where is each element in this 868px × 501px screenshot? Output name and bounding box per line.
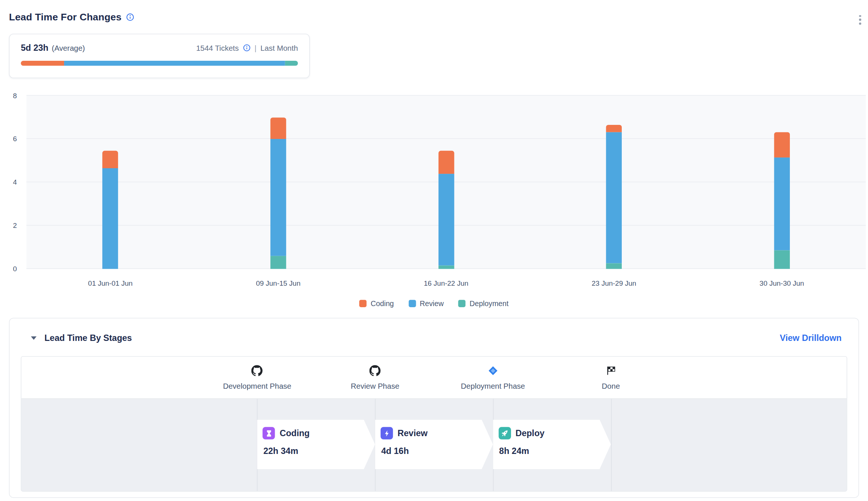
bar-segment-review bbox=[606, 132, 622, 263]
phase-label: Development Phase bbox=[195, 382, 319, 391]
bar-09-jun-15-jun[interactable] bbox=[270, 96, 286, 269]
chart-legend: CodingReviewDeployment bbox=[0, 299, 868, 308]
phase-development: Development Phase bbox=[195, 365, 319, 391]
bar-segment-coding bbox=[606, 125, 622, 132]
legend-label: Review bbox=[420, 299, 444, 308]
widget-header: Lead Time For Changes bbox=[9, 11, 134, 23]
bar-segment-deployment bbox=[438, 266, 454, 269]
stage-card-review[interactable]: Review 4d 16h bbox=[375, 420, 493, 470]
stage-name: Coding bbox=[280, 428, 310, 438]
phase-header-row: Development Phase Review Phase Deploymen… bbox=[21, 356, 847, 398]
stages-table: Development Phase Review Phase Deploymen… bbox=[21, 356, 847, 492]
y-tick-label: 2 bbox=[13, 222, 17, 229]
phase-deployment: Deployment Phase bbox=[431, 365, 555, 391]
legend-item-review[interactable]: Review bbox=[408, 299, 444, 308]
stage-duration: 8h 24m bbox=[498, 446, 603, 456]
chart-yaxis: 02468 bbox=[0, 96, 21, 269]
hourglass-icon bbox=[263, 427, 275, 439]
github-icon bbox=[195, 365, 319, 377]
chart-xaxis: 01 Jun-01 Jun09 Jun-15 Jun16 Jun-22 Jun2… bbox=[26, 269, 866, 294]
phase-done: Done bbox=[549, 365, 673, 391]
stages-body: Coding 22h 34m Review 4d 16h bbox=[21, 398, 847, 491]
separator: | bbox=[254, 44, 256, 52]
legend-swatch bbox=[458, 300, 466, 307]
bar-segment-coding bbox=[103, 151, 118, 168]
legend-item-coding[interactable]: Coding bbox=[360, 299, 394, 308]
summary-segment-coding bbox=[21, 61, 64, 66]
average-label: (Average) bbox=[52, 44, 85, 52]
x-tick-label: 30 Jun-30 Jun bbox=[760, 280, 804, 288]
legend-label: Coding bbox=[371, 299, 394, 308]
stage-card-deploy[interactable]: Deploy 8h 24m bbox=[493, 420, 611, 470]
legend-label: Deployment bbox=[470, 299, 508, 308]
collapse-caret-icon[interactable] bbox=[31, 336, 36, 340]
stages-panel: Lead Time By Stages View Drilldown Devel… bbox=[9, 318, 859, 498]
column-divider bbox=[611, 399, 612, 491]
bar-segment-review bbox=[103, 168, 118, 269]
y-tick-label: 4 bbox=[13, 179, 17, 186]
summary-segment-deployment bbox=[285, 61, 298, 66]
page-title: Lead Time For Changes bbox=[9, 11, 121, 23]
bar-segment-coding bbox=[270, 117, 286, 139]
tickets-count: 1544 Tickets bbox=[196, 44, 239, 52]
period-label: Last Month bbox=[260, 44, 298, 52]
bar-30-jun-30-jun[interactable] bbox=[774, 96, 790, 269]
bar-segment-deployment bbox=[606, 263, 622, 269]
bar-01-jun-01-jun[interactable] bbox=[103, 96, 118, 269]
average-value: 5d 23h bbox=[21, 43, 49, 53]
bar-segment-review bbox=[270, 139, 286, 256]
bar-23-jun-29-jun[interactable] bbox=[606, 96, 622, 269]
tickets-info-icon[interactable] bbox=[243, 44, 250, 52]
bar-segment-coding bbox=[438, 151, 454, 173]
legend-swatch bbox=[408, 300, 416, 307]
bar-segment-deployment bbox=[270, 256, 286, 269]
y-tick-label: 0 bbox=[13, 265, 17, 272]
stage-name: Deploy bbox=[515, 428, 544, 438]
legend-swatch bbox=[360, 300, 367, 307]
kebab-menu-icon[interactable] bbox=[855, 12, 866, 27]
chart-plot bbox=[26, 96, 866, 269]
stages-title: Lead Time By Stages bbox=[44, 333, 132, 343]
rocket-icon bbox=[498, 427, 511, 439]
bar-segment-deployment bbox=[774, 250, 790, 269]
x-tick-label: 23 Jun-29 Jun bbox=[592, 280, 636, 288]
bar-16-jun-22-jun[interactable] bbox=[438, 96, 454, 269]
stage-duration: 22h 34m bbox=[263, 446, 367, 456]
phase-label: Review Phase bbox=[313, 382, 437, 391]
github-icon bbox=[313, 365, 437, 377]
stage-duration: 4d 16h bbox=[381, 446, 485, 456]
bar-segment-coding bbox=[774, 132, 790, 157]
phase-label: Deployment Phase bbox=[431, 382, 555, 391]
finish-flag-icon bbox=[549, 365, 673, 377]
bar-segment-review bbox=[774, 157, 790, 250]
summary-progress-bar bbox=[21, 61, 298, 66]
x-tick-label: 09 Jun-15 Jun bbox=[256, 280, 300, 288]
stage-name: Review bbox=[398, 428, 428, 438]
legend-item-deployment[interactable]: Deployment bbox=[458, 299, 509, 308]
x-tick-label: 16 Jun-22 Jun bbox=[424, 280, 468, 288]
lightning-icon bbox=[381, 427, 393, 439]
bar-segment-review bbox=[438, 174, 454, 266]
summary-card: 5d 23h (Average) 1544 Tickets | Last Mon… bbox=[9, 34, 310, 78]
lead-time-widget: Lead Time For Changes 5d 23h (Average) 1… bbox=[0, 0, 868, 501]
phase-label: Done bbox=[549, 382, 673, 391]
y-tick-label: 8 bbox=[13, 92, 17, 99]
y-tick-label: 6 bbox=[13, 135, 17, 142]
stages-header: Lead Time By Stages View Drilldown bbox=[10, 318, 858, 354]
view-drilldown-link[interactable]: View Drilldown bbox=[780, 333, 842, 343]
lead-time-chart: 02468 01 Jun-01 Jun09 Jun-15 Jun16 Jun-2… bbox=[0, 96, 868, 321]
phase-review: Review Phase bbox=[313, 365, 437, 391]
diamond-icon bbox=[431, 365, 555, 377]
title-info-icon[interactable] bbox=[126, 13, 134, 21]
x-tick-label: 01 Jun-01 Jun bbox=[88, 280, 133, 288]
summary-segment-review bbox=[64, 61, 285, 66]
stage-card-coding[interactable]: Coding 22h 34m bbox=[257, 420, 375, 470]
